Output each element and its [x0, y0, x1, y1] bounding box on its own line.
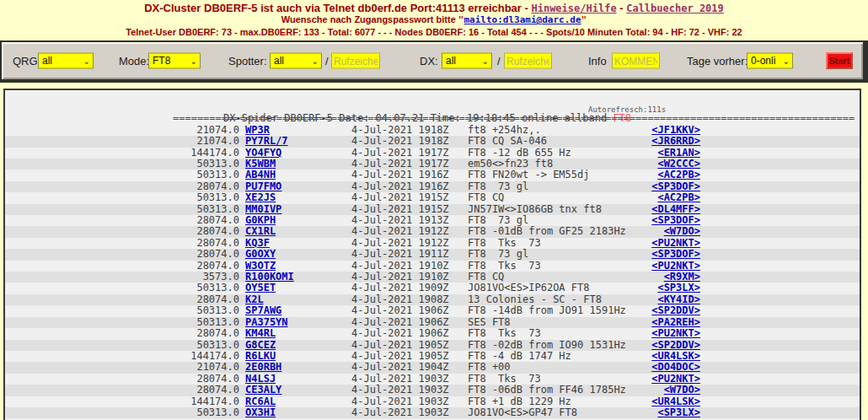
spotter-callsign-input[interactable] [331, 53, 380, 69]
spot-row: 50313.0 PA375YN 4-Jul-2021 1906Z SES FT8… [5, 317, 860, 328]
spot-frequency: 28074.0 [127, 385, 239, 396]
spot-dx-call-link[interactable]: PY7RL/7 [245, 136, 288, 148]
spot-frequency: 50313.0 [127, 192, 239, 204]
banner-line2: Wuensche nach Zugangspasswort bitte "mai… [0, 14, 868, 25]
spot-comment: FT8 CQ [468, 192, 504, 204]
spot-frequency: 50313.0 [127, 305, 239, 317]
spot-frequency: 28074.0 [127, 249, 239, 261]
spot-datetime: 4-Jul-2021 1903Z [351, 407, 449, 419]
spot-frequency: 50313.0 [127, 170, 239, 181]
spot-comment: FT8 CQ SA-046 [468, 136, 547, 148]
spot-datetime: 4-Jul-2021 1906Z [351, 305, 449, 317]
spot-comment: FT8 +00 [468, 362, 511, 374]
spot-row: 50313.0 SP7AWG 4-Jul-2021 1906Z FT8 -14d… [5, 305, 860, 316]
dx-slash: / [497, 55, 501, 67]
start-button[interactable]: Start [826, 52, 853, 69]
spotter-label: Spotter: [228, 55, 267, 67]
cluster-status-line: DX-Spider DB0ERF-5 Date: 04.07.21 Time: … [5, 102, 860, 113]
spot-frequency: 50313.0 [127, 407, 239, 419]
spot-row: 50313.0 XE2JS 4-Jul-2021 1915Z FT8 CQ <A… [5, 192, 860, 203]
spot-list-panel: DX-Spider DB0ERF-5 Date: 04.07.21 Time: … [3, 89, 861, 420]
spot-dx-call-link[interactable]: 2E0RBH [245, 362, 281, 374]
mode-selected-value: FT8 [153, 55, 170, 67]
chevron-down-icon: ⌄ [190, 54, 197, 68]
spot-datetime: 4-Jul-2021 1906Z [351, 328, 449, 340]
spot-row: 21074.0 WP3R 4-Jul-2021 1918Z ft8 +254hz… [5, 125, 860, 136]
spot-row: 50313.0 G8CEZ 4-Jul-2021 1905Z FT8 -02dB… [5, 340, 860, 351]
separator-line: ========================================… [5, 113, 858, 124]
callbuecher-link[interactable]: Callbuecher 2019 [626, 3, 724, 14]
qrg-select[interactable]: all⌄ [38, 53, 94, 69]
spot-spotter-link[interactable]: <JR6RRD> [590, 136, 700, 148]
quote-close: " [581, 14, 587, 25]
qrg-label: QRG: [13, 55, 40, 67]
info-label: Info [588, 55, 607, 67]
filter-toolbar-frame: QRG: all⌄ Mode: FT8⌄ Spotter: all⌄ / DX:… [0, 40, 868, 83]
spot-spotter-link[interactable]: <W7DO> [590, 385, 700, 396]
tage-vorher-select[interactable]: 0-onli⌄ [747, 53, 793, 69]
spot-dx-call-link[interactable]: KM4RL [245, 328, 276, 340]
banner-line1: DX-Cluster DB0ERF-5 ist auch via Telnet … [0, 3, 868, 14]
tage-selected-value: 0-onli [751, 55, 775, 67]
filter-toolbar: QRG: all⌄ Mode: FT8⌄ Spotter: all⌄ / DX:… [2, 42, 863, 79]
spot-spotter-link[interactable]: <AC2PB> [590, 192, 700, 204]
spot-row: 28074.0 K2L 4-Jul-2021 1908Z 13 Colonies… [5, 294, 860, 305]
info-input[interactable] [612, 53, 660, 69]
spot-spotter-link[interactable]: <PU2NKT> [590, 328, 700, 340]
spot-spotter-link[interactable]: <SP2DDV> [590, 305, 700, 317]
top-banner: DX-Cluster DB0ERF-5 ist auch via Telnet … [0, 0, 868, 38]
spot-spotter-link[interactable]: <SP3DOF> [590, 249, 700, 261]
dx-selected-value: all [446, 55, 456, 67]
spot-dx-call-link[interactable]: CE3ALY [245, 385, 281, 396]
mode-label: Mode: [119, 55, 149, 67]
spot-frequency: 28074.0 [127, 328, 239, 340]
spot-row: 50313.0 OX3HI 4-Jul-2021 1903Z JO81VO<ES… [5, 407, 860, 418]
spot-spotter-link[interactable]: <SP3LX> [590, 407, 700, 419]
spot-comment: JO81VO<ES>GP47 FT8 [468, 407, 577, 419]
qrg-selected-value: all [42, 55, 52, 67]
dx-select[interactable]: all⌄ [442, 53, 492, 69]
spot-frequency: 21074.0 [127, 136, 239, 148]
spot-spotter-link[interactable]: <DO4DOC> [590, 362, 700, 374]
spot-row: 28074.0 PU7FMO 4-Jul-2021 1916Z FT8 73 g… [5, 181, 860, 192]
spot-row: 28074.0 CE3ALY 4-Jul-2021 1903Z FT8 -06d… [5, 385, 860, 396]
spot-spotter-link[interactable]: <W7DO> [590, 226, 700, 238]
spot-comment: FT8 FN20wt -> EM55dj [468, 170, 590, 181]
spot-dx-call-link[interactable]: XE2JS [245, 192, 276, 204]
banner-separator: - [522, 2, 532, 14]
mailto-link[interactable]: mailto:dl3ami@darc.de [463, 14, 581, 25]
mode-select[interactable]: FT8⌄ [148, 53, 201, 69]
spot-row: 28074.0 KQ3F 4-Jul-2021 1912Z FT8 Tks 73… [5, 238, 860, 249]
spot-frequency: 28074.0 [127, 226, 239, 238]
spot-row: 28074.0 G0OXY 4-Jul-2021 1911Z FT8 73 gl… [5, 249, 860, 260]
chevron-down-icon: ⌄ [312, 54, 319, 68]
spot-row: 50313.0 K5WBM 4-Jul-2021 1917Z em50<>fn2… [5, 159, 860, 170]
hinweise-hilfe-link[interactable]: Hinweise/Hilfe [531, 3, 616, 14]
spotter-select[interactable]: all⌄ [270, 53, 322, 69]
spot-datetime: 4-Jul-2021 1916Z [351, 170, 449, 181]
spot-row: 144174.0 YO4FYQ 4-Jul-2021 1917Z FT8 -12… [5, 148, 860, 159]
dx-cluster-page: { "banner": { "line1_text": "DX-Cluster … [0, 0, 868, 420]
spot-row: 144174.0 RC6AL 4-Jul-2021 1903Z FT8 +1 d… [5, 396, 860, 407]
chevron-down-icon: ⌄ [482, 54, 489, 68]
spot-datetime: 4-Jul-2021 1912Z [351, 226, 449, 238]
banner-stats-line: Telnet-User DB0ERF: 73 - max.DB0ERF: 133… [0, 27, 868, 38]
spot-dx-call-link[interactable]: SP7AWG [245, 305, 281, 317]
spot-dx-call-link[interactable]: CX1RL [245, 226, 276, 238]
spot-dx-call-link[interactable]: G0OXY [245, 249, 276, 261]
spot-datetime: 4-Jul-2021 1915Z [351, 192, 449, 204]
spot-row: 28074.0 W3OTZ 4-Jul-2021 1910Z FT8 Tks 7… [5, 261, 860, 272]
dx-callsign-input[interactable] [504, 53, 552, 69]
spot-datetime: 4-Jul-2021 1904Z [351, 362, 449, 374]
banner-separator2: - [617, 2, 627, 14]
spot-dx-call-link[interactable]: AB4NH [245, 170, 276, 181]
spot-row: 28074.0 CX1RL 4-Jul-2021 1912Z FT8 -01dB… [5, 226, 860, 237]
spot-comment: FT8 73 gl [468, 249, 528, 261]
spot-datetime: 4-Jul-2021 1911Z [351, 249, 449, 261]
spot-dx-call-link[interactable]: OX3HI [245, 407, 276, 419]
spot-frequency: 21074.0 [127, 362, 239, 374]
spot-row: 21074.0 2E0RBH 4-Jul-2021 1904Z FT8 +00 … [5, 362, 860, 373]
spot-datetime: 4-Jul-2021 1903Z [351, 385, 449, 396]
spot-spotter-link[interactable]: <AC2PB> [590, 170, 700, 181]
spot-row: 50313.0 MM0IVP 4-Jul-2021 1915Z JN57IW<>… [5, 204, 860, 215]
